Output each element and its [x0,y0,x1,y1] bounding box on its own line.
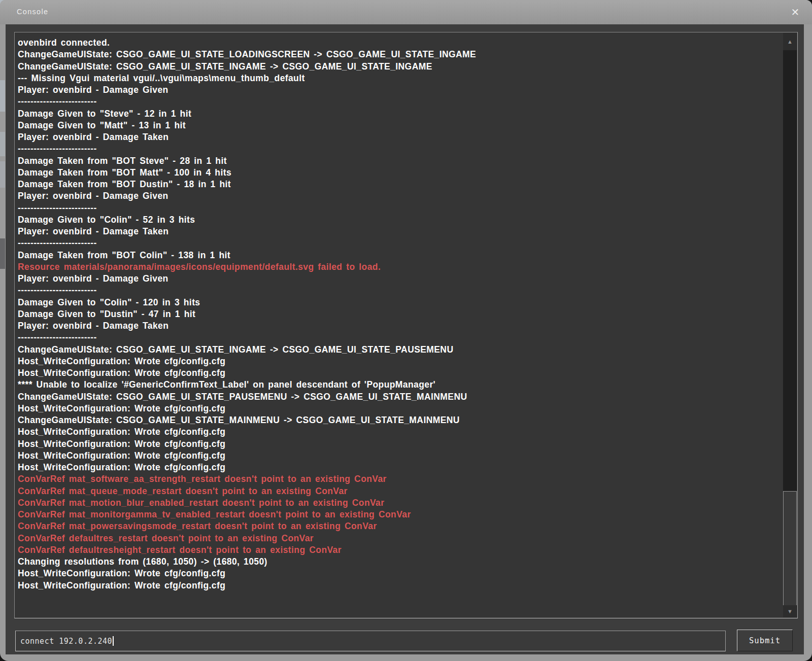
console-line: --- Missing Vgui material vgui/..\vgui\m… [18,73,781,84]
console-line: Player: ovenbird - Damage Taken [18,131,781,143]
console-line: Host_WriteConfiguration: Wrote cfg/confi… [18,580,781,592]
console-line: ------------------------- [18,285,781,296]
console-line: ChangeGameUIState: CSGO_GAME_UI_STATE_IN… [18,61,781,73]
window-title: Console [17,8,48,16]
console-line: Player: ovenbird - Damage Given [18,190,781,202]
console-line: ------------------------- [18,332,781,343]
console-line: ConVarRef mat_powersavingsmode_restart d… [18,520,781,532]
console-line: Host_WriteConfiguration: Wrote cfg/confi… [18,356,781,367]
scrollbar[interactable]: ▲ ▼ [783,33,797,617]
frame-reflection [0,80,5,112]
console-line: Damage Given to "Steve" - 12 in 1 hit [18,108,781,120]
console-line: Host_WriteConfiguration: Wrote cfg/confi… [18,438,781,450]
console-line: ChangeGameUIState: CSGO_GAME_UI_STATE_IN… [18,344,781,356]
console-line: Damage Taken from "BOT Dustin" - 18 in 1… [18,179,781,190]
console-line: ConVarRef defaultresheight_restart doesn… [18,544,781,556]
console-line: Damage Given to "Colin" - 120 in 3 hits [18,297,781,308]
console-line: Host_WriteConfiguration: Wrote cfg/confi… [18,462,781,473]
console-line: Damage Taken from "BOT Matt" - 100 in 4 … [18,167,781,179]
console-line: ovenbird connected. [18,37,781,49]
console-line: Changing resolutions from (1680, 1050) -… [18,556,781,568]
console-line: Damage Taken from "BOT Steve" - 28 in 1 … [18,155,781,167]
console-line: ------------------------- [18,96,781,108]
console-line: Resource materials/panorama/images/icons… [18,261,781,273]
text-cursor [113,636,114,646]
console-command-input[interactable]: connect 192.0.2.240 [15,631,726,651]
console-line: ------------------------- [18,143,781,155]
console-line: ------------------------- [18,237,781,249]
close-icon: ✕ [791,6,800,18]
console-line: ChangeGameUIState: CSGO_GAME_UI_STATE_LO… [18,49,781,60]
scroll-up-button[interactable]: ▲ [783,33,797,50]
console-line: ConVarRef defaultres_restart doesn't poi… [18,533,781,544]
console-line: **** Unable to localize '#GenericConfirm… [18,379,781,391]
console-line: Player: ovenbird - Damage Taken [18,320,781,332]
console-output[interactable]: ovenbird connected.ChangeGameUIState: CS… [15,33,783,617]
console-line: ChangeGameUIState: CSGO_GAME_UI_STATE_MA… [18,414,781,426]
console-line: Host_WriteConfiguration: Wrote cfg/confi… [18,367,781,379]
frame-reflection [0,161,5,188]
chevron-up-icon: ▲ [787,39,793,45]
console-line: ConVarRef mat_software_aa_strength_resta… [18,473,781,485]
scrollbar-thumb[interactable] [783,491,797,606]
frame-reflection [0,238,5,269]
console-line: Host_WriteConfiguration: Wrote cfg/confi… [18,568,781,579]
console-line: Host_WriteConfiguration: Wrote cfg/confi… [18,403,781,414]
title-bar[interactable]: Console ✕ [0,0,812,24]
console-line: Host_WriteConfiguration: Wrote cfg/confi… [18,450,781,462]
console-line: ChangeGameUIState: CSGO_GAME_UI_STATE_PA… [18,391,781,403]
chevron-down-icon: ▼ [787,608,793,614]
console-line: Damage Given to "Dustin" - 47 in 1 hit [18,308,781,320]
window-body: ovenbird connected.ChangeGameUIState: CS… [6,24,804,654]
console-line: ConVarRef mat_queue_mode_restart doesn't… [18,485,781,497]
console-line: ------------------------- [18,202,781,214]
console-line: Player: ovenbird - Damage Given [18,84,781,96]
console-window: Console ✕ ovenbird connected.ChangeGameU… [0,0,812,661]
scroll-down-button[interactable]: ▼ [783,605,797,617]
console-line: Player: ovenbird - Damage Taken [18,226,781,237]
console-line: ConVarRef mat_motion_blur_enabled_restar… [18,497,781,509]
console-line: ConVarRef mat_monitorgamma_tv_enabled_re… [18,509,781,520]
console-line: Host_WriteConfiguration: Wrote cfg/confi… [18,426,781,438]
console-command-text: connect 192.0.2.240 [20,637,112,646]
submit-button[interactable]: Submit [737,630,793,651]
console-line: Player: ovenbird - Damage Given [18,273,781,285]
frame-reflection [0,132,5,156]
console-line: Damage Taken from "BOT Colin" - 138 in 1… [18,250,781,261]
submit-button-label: Submit [749,636,781,645]
console-line: Damage Given to "Colin" - 52 in 3 hits [18,214,781,226]
close-button[interactable]: ✕ [788,5,802,19]
console-output-panel: ovenbird connected.ChangeGameUIState: CS… [14,32,798,618]
console-line: Damage Given to "Matt" - 13 in 1 hit [18,120,781,131]
